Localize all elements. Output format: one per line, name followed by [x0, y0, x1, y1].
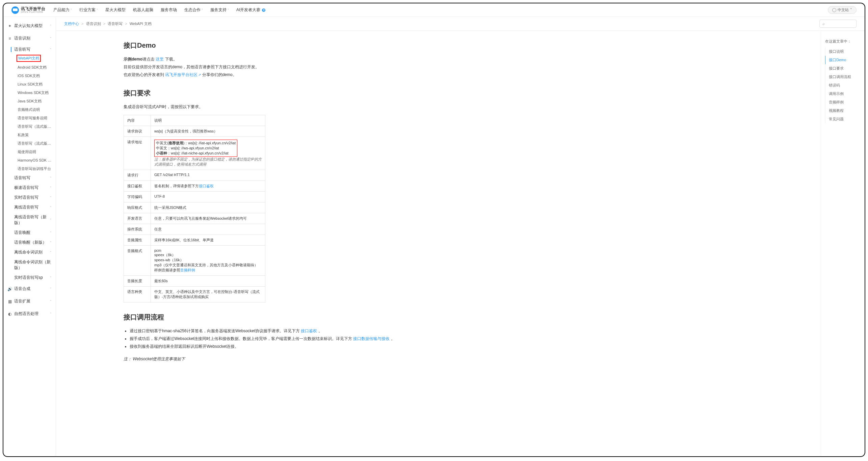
sidebar-sub-iat[interactable]: 语音听写 ˄ [3, 45, 56, 54]
toc-item-8[interactable]: 常见问题 [825, 115, 861, 123]
nav-item-1[interactable]: 行业方案˅ [79, 7, 98, 13]
sidebar-leaf-6[interactable]: 音频格式说明 [3, 105, 56, 114]
breadcrumb-home[interactable]: 文档中心 [64, 22, 79, 26]
search-input[interactable]: ⌕ [819, 20, 857, 28]
sidebar-leaf-webapi[interactable]: WebAPI文档 [17, 55, 41, 62]
breadcrumb-l2[interactable]: 语音听写 [108, 22, 123, 26]
sidebar-leaf-9[interactable]: 私政策 [3, 131, 56, 139]
toc-item-6[interactable]: 音频样例 [825, 98, 861, 106]
sidebar-sub-8[interactable]: 离线命令词识别（新版）˅ [3, 257, 56, 273]
auth-link[interactable]: 接口鉴权 [199, 184, 214, 188]
sidebar-group-spark[interactable]: ✦ 星火认知大模型 ˅ [3, 20, 56, 32]
flow-data-link[interactable]: 接口数据传输与接收 [353, 336, 390, 341]
toc-item-1[interactable]: 接口Demo [825, 56, 861, 64]
sidebar-sub-5[interactable]: 语音唤醒˅ [3, 228, 56, 238]
sidebar-group-voice-ext[interactable]: ▦ 语音扩展 ˅ [3, 295, 56, 308]
chevron-up-icon: ˄ [50, 37, 52, 40]
sidebar-sub-9[interactable]: 实时语音转写sp˅ [3, 273, 56, 283]
header: 讯飞开放平台 OPEN PLATFORM 产品能力˅行业方案˅星火大模型机器人超… [3, 3, 865, 17]
toc-item-5[interactable]: 调用示例 [825, 90, 861, 98]
sidebar-leaf-8[interactable]: 语音听写（流式版）SDK隐 [3, 122, 56, 131]
chevron-down-icon: ˅ [50, 24, 52, 28]
nav-item-4[interactable]: 服务市场 [161, 7, 177, 13]
sidebar-group-asr[interactable]: ≡ 语音识别 ˄ [3, 32, 56, 45]
sidebar-leaf-10[interactable]: 语音听写（流式版）SDK合 [3, 139, 56, 148]
sidebar-leaf-11[interactable]: 规使用说明 [3, 148, 56, 156]
flow-auth-link[interactable]: 接口鉴权 [301, 329, 317, 333]
language-label: 中文站 [838, 7, 849, 13]
requirements-table: 内容说明 请求协议ws[s]（为提高安全性，强烈推荐wss） 请求地址 中英文(… [124, 115, 265, 302]
community-link[interactable]: 讯飞开放平台社区↗ [165, 72, 201, 77]
sidebar-group-tts[interactable]: 🔊 语音合成 ˅ [3, 283, 56, 295]
globe-icon [832, 8, 836, 12]
sidebar-leaf-3[interactable]: Linux SDK文档 [3, 80, 56, 89]
sidebar-sub-3[interactable]: 离线语音听写˅ [3, 202, 56, 212]
chevron-down-icon: ˅ [50, 287, 52, 291]
sidebar-group-nlp[interactable]: ◐ 自然语言处理 ˅ [3, 308, 56, 320]
nav-item-6[interactable]: 服务支持˅ [210, 7, 229, 13]
logo[interactable]: 讯飞开放平台 OPEN PLATFORM [11, 6, 45, 14]
toc-item-2[interactable]: 接口要求 [825, 64, 861, 73]
logo-icon [11, 6, 19, 14]
chevron-up-icon: ˄ [50, 48, 52, 51]
toc-title: 在这篇文章中： [825, 39, 861, 44]
sidebar-sub-6[interactable]: 语音唤醒（新版）˅ [3, 238, 56, 247]
toc-item-4[interactable]: 错误码 [825, 81, 861, 90]
logo-text: 讯飞开放平台 [21, 7, 45, 11]
sidebar-leaf-5[interactable]: Java SDK文档 [3, 97, 56, 105]
chevron-down-icon: ˅ [50, 300, 52, 303]
nav-item-5[interactable]: 生态合作˅ [184, 7, 203, 13]
sidebar-leaf-4[interactable]: Windows SDK文档 [3, 89, 56, 97]
sidebar-leaf-1[interactable]: Android SDK文档 [3, 63, 56, 72]
chevron-down-icon: ˅ [50, 312, 52, 316]
voice-icon: ≡ [7, 36, 12, 41]
nav-item-0[interactable]: 产品能力˅ [53, 7, 72, 13]
speaker-icon: 🔊 [7, 287, 12, 291]
audio-sample-link[interactable]: 音频样例 [180, 268, 195, 272]
search-icon: ⌕ [822, 21, 825, 26]
demo-download-link[interactable]: 这里 [156, 57, 164, 62]
sidebar-leaf-13[interactable]: 语音听写自训练平台 [3, 165, 56, 173]
section-heading-flow: 接口调用流程 [124, 313, 753, 322]
sidebar-sub-0[interactable]: 语音转写˅ [3, 173, 56, 183]
section-heading-requirements: 接口要求 [124, 89, 753, 98]
top-bar: 文档中心 > 语音识别 > 语音听写 > WebAPI 文档 ⌕ [56, 17, 865, 31]
sidebar-leaf-7[interactable]: 语音听写服务说明 [3, 114, 56, 122]
breadcrumb-l3: WebAPI 文档 [130, 22, 152, 26]
grid-icon: ▦ [7, 299, 12, 304]
nlp-icon: ◐ [7, 312, 12, 316]
spark-icon: ✦ [7, 24, 12, 28]
breadcrumb-l1[interactable]: 语音识别 [86, 22, 101, 26]
nav-item-3[interactable]: 机器人超脑 [133, 7, 153, 13]
sidebar-sub-4[interactable]: 离线语音听写（新版）˅ [3, 212, 56, 228]
logo-subtext: OPEN PLATFORM [21, 11, 45, 13]
sidebar-leaf-2[interactable]: iOS SDK文档 [3, 72, 56, 80]
table-of-contents: 在这篇文章中： 接口说明接口Demo接口要求接口调用流程错误码调用示例音频样例视… [821, 31, 865, 456]
sidebar-sub-1[interactable]: 极速语音转写˅ [3, 183, 56, 193]
chevron-down-icon: ˅ [850, 8, 852, 12]
toc-item-0[interactable]: 接口说明 [825, 47, 861, 56]
nav-item-2[interactable]: 星火大模型 [105, 7, 126, 13]
toc-item-3[interactable]: 接口调用流程 [825, 73, 861, 81]
section-heading-demo: 接口Demo [124, 41, 753, 50]
sidebar-sub-2[interactable]: 实时语音转写˅ [3, 193, 56, 202]
breadcrumb: 文档中心 > 语音识别 > 语音听写 > WebAPI 文档 [64, 21, 152, 26]
sidebar-sub-7[interactable]: 离线命令词识别˅ [3, 247, 56, 257]
toc-item-7[interactable]: 视频教程 [825, 106, 861, 115]
content: 接口Demo 示例demo请点击 这里 下载。 目前仅提供部分开发语言的demo… [56, 31, 821, 456]
nav-item-7[interactable]: AI开发者大赛新 [236, 7, 265, 13]
sidebar: ✦ 星火认知大模型 ˅ ≡ 语音识别 ˄ 语音听写 ˄ WebAPI文档 And… [3, 17, 56, 456]
language-switch[interactable]: 中文站 ˅ [828, 6, 857, 14]
highlighted-endpoints: 中英文(推荐使用)：ws[s]: //iat-api.xfyun.cn/v2/i… [154, 140, 237, 157]
sidebar-leaf-12[interactable]: HarmonyOS SDK 文档 [3, 156, 56, 165]
top-nav: 产品能力˅行业方案˅星火大模型机器人超脑服务市场生态合作˅服务支持˅AI开发者大… [53, 7, 820, 13]
